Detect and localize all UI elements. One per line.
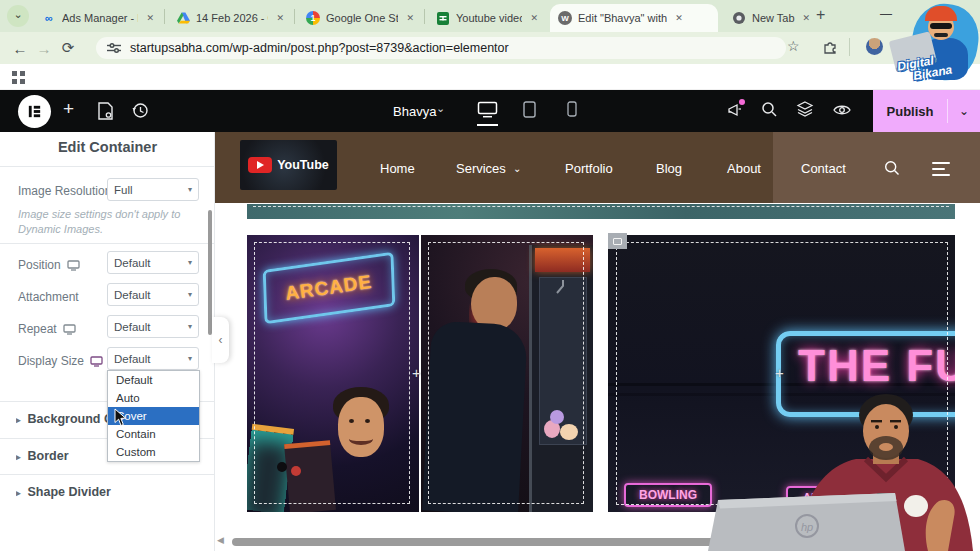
- section-label: Border: [28, 449, 69, 463]
- back-button[interactable]: ←: [8, 40, 32, 57]
- presenter-mouth-area: [879, 443, 893, 451]
- device-desktop-button[interactable]: [477, 101, 498, 122]
- tab-sheets[interactable]: Youtube videos co ✕: [428, 4, 546, 32]
- tab-close-icon[interactable]: ✕: [803, 13, 811, 23]
- section-arrow-icon: ▸: [16, 415, 21, 425]
- presenter-webcam-overlay: hp: [690, 390, 980, 551]
- option-auto[interactable]: Auto: [108, 389, 199, 407]
- select-value: Default: [114, 353, 188, 365]
- selection-dashed-border: [428, 242, 584, 504]
- claw-machine-image[interactable]: [421, 235, 593, 512]
- site-search-icon[interactable]: [884, 160, 900, 180]
- responsive-desktop-icon[interactable]: [90, 356, 103, 370]
- divider: [0, 474, 214, 475]
- publish-options-chevron-icon[interactable]: ⌄: [948, 104, 980, 118]
- tab-search-chevron-icon[interactable]: ⌄: [7, 5, 29, 27]
- publish-button[interactable]: Publish ⌄: [873, 90, 980, 132]
- divider: [0, 166, 214, 167]
- container-drag-handle[interactable]: [608, 233, 627, 249]
- extensions-icon[interactable]: [823, 40, 837, 58]
- site-name-dropdown[interactable]: Bhavya: [393, 104, 436, 119]
- device-tablet-button[interactable]: [523, 101, 536, 122]
- apps-grid-icon[interactable]: [12, 70, 25, 88]
- sheets-icon: [436, 11, 450, 25]
- attachment-select[interactable]: Default ▾: [107, 283, 199, 306]
- option-default[interactable]: Default: [108, 371, 199, 389]
- display-size-select[interactable]: Default ▾: [107, 347, 199, 370]
- teal-image-band[interactable]: [247, 204, 955, 219]
- burger-line: [932, 174, 950, 176]
- burger-line: [932, 168, 945, 170]
- tab-close-icon[interactable]: ✕: [530, 13, 538, 23]
- youtube-play-icon: [248, 157, 272, 173]
- widget-cross-handle[interactable]: +: [775, 364, 784, 381]
- site-name-chevron-icon[interactable]: ⌄: [436, 102, 445, 115]
- nav-services[interactable]: Services: [456, 161, 506, 176]
- position-label: Position: [18, 258, 80, 274]
- tab-close-icon[interactable]: ✕: [675, 13, 683, 23]
- selection-dashed-border: [254, 242, 410, 504]
- nav-contact[interactable]: Contact: [801, 161, 846, 176]
- widget-cross-handle[interactable]: +: [412, 364, 421, 381]
- structure-layers-icon[interactable]: [796, 100, 814, 122]
- arcade-image[interactable]: ARCADE: [247, 235, 419, 512]
- add-element-button[interactable]: +: [63, 98, 74, 120]
- responsive-desktop-icon[interactable]: [67, 260, 80, 274]
- select-caret-icon: ▾: [188, 290, 192, 299]
- tab-separator: [424, 9, 425, 24]
- section-shape-divider[interactable]: ▸Shape Divider: [16, 485, 206, 499]
- label-text: Display Size: [18, 354, 84, 368]
- section-label: Shape Divider: [28, 485, 111, 499]
- select-caret-icon: ▾: [188, 354, 192, 363]
- presenter-eyebrow: [890, 420, 901, 422]
- reload-button[interactable]: ⟳: [56, 39, 80, 57]
- mouse-cursor: [114, 408, 127, 431]
- presenter-eye: [894, 425, 898, 429]
- tab-google-one[interactable]: 1 Google One Stora ✕: [298, 4, 422, 32]
- site-logo[interactable]: YouTube: [240, 140, 337, 190]
- window-minimize-button[interactable]: —: [880, 7, 892, 21]
- notification-dot: [739, 99, 745, 105]
- dynamic-images-note: Image size settings don't apply to Dynam…: [18, 207, 190, 238]
- google-one-icon: 1: [306, 11, 320, 25]
- tab-drive[interactable]: 14 Feb 2026 - Goo ✕: [168, 4, 292, 32]
- forward-button[interactable]: →: [32, 40, 56, 57]
- history-icon[interactable]: [132, 102, 149, 123]
- tab-close-icon[interactable]: ✕: [146, 13, 154, 23]
- repeat-select[interactable]: Default ▾: [107, 315, 199, 338]
- device-mobile-button[interactable]: [567, 101, 577, 121]
- attachment-label: Attachment: [18, 290, 79, 304]
- tab-separator: [164, 9, 165, 24]
- divider: [0, 243, 214, 244]
- image-resolution-select[interactable]: Full ▾: [107, 178, 199, 201]
- repeat-label: Repeat: [18, 322, 76, 338]
- option-custom[interactable]: Custom: [108, 443, 199, 461]
- preview-eye-icon[interactable]: [833, 103, 851, 121]
- nav-about[interactable]: About: [727, 161, 761, 176]
- tab-label: Edit "Bhavya" with: [578, 12, 667, 24]
- tab-close-icon[interactable]: ✕: [406, 13, 414, 23]
- nav-blog[interactable]: Blog: [656, 161, 682, 176]
- position-select[interactable]: Default ▾: [107, 251, 199, 274]
- nav-portfolio[interactable]: Portfolio: [565, 161, 613, 176]
- site-menu-hamburger-icon[interactable]: [932, 162, 950, 176]
- url-text[interactable]: startupsabha.com/wp-admin/post.php?post=…: [130, 41, 509, 55]
- nav-home[interactable]: Home: [380, 161, 415, 176]
- profile-avatar[interactable]: [866, 38, 883, 55]
- channel-mascot-logo: Digital Bikana: [892, 4, 980, 90]
- finder-search-icon[interactable]: [761, 101, 778, 122]
- page-settings-icon[interactable]: [97, 102, 114, 124]
- panel-collapse-handle[interactable]: ‹: [212, 317, 229, 363]
- selection-dashed-line: [253, 206, 949, 207]
- tab-close-icon[interactable]: ✕: [276, 13, 284, 23]
- responsive-desktop-icon[interactable]: [63, 324, 76, 338]
- hscroll-left-arrow[interactable]: ◀: [217, 535, 224, 545]
- site-info-icon[interactable]: [106, 41, 122, 59]
- tab-ads-manager[interactable]: ∞ Ads Manager - Ma ✕: [34, 4, 162, 32]
- tab-edit-bhavya-active[interactable]: W Edit "Bhavya" with ✕: [550, 4, 718, 32]
- bookmark-star-icon[interactable]: ☆: [787, 38, 800, 54]
- select-caret-icon: ▾: [188, 322, 192, 331]
- new-tab-button[interactable]: +: [816, 6, 825, 24]
- elementor-logo[interactable]: [18, 95, 51, 128]
- toolbar-divider: [849, 38, 850, 56]
